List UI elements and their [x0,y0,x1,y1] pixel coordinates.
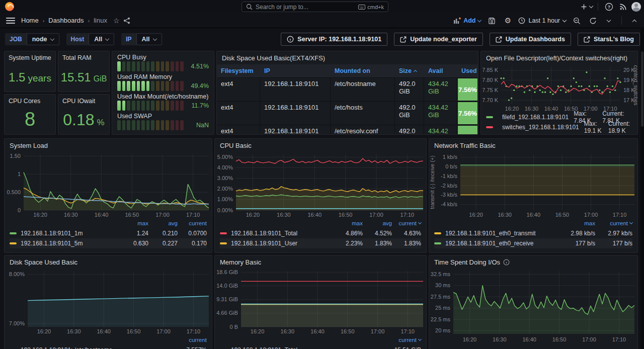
legend-sort-max[interactable]: max [558,220,595,226]
table-header-ip[interactable]: IP [260,65,331,76]
update-dashboards-link[interactable]: Update Dashboards [490,33,571,46]
search-bar[interactable]: cmd+k [242,2,388,12]
legend-sort-max[interactable]: max [334,220,363,226]
variable-ip-value[interactable]: All [136,33,162,45]
svg-text:17:10: 17:10 [613,212,627,218]
gauge-cell [146,120,150,130]
legend-sort-avg[interactable]: avg [363,220,392,226]
legend-series-name[interactable]: 192.168.1.18:9101_Total [231,230,334,237]
legend-stat-value: 0.227 [148,240,178,247]
panel-title[interactable]: System Load [10,142,48,149]
table-header-filesystem[interactable]: Filesystem [217,65,260,76]
panel-title[interactable]: Disk Space Used Basic [10,258,77,266]
legend-sort-current[interactable]: current [595,220,632,226]
panel-title[interactable]: CPU Cores [9,98,52,105]
variable-host-value[interactable]: All [89,33,114,45]
time-range-picker[interactable]: Last 1 hour [518,17,566,24]
legend-series-name[interactable]: 192.168.1.18:9101: /etc/hostname [21,346,176,349]
dashboard-settings-button[interactable]: ⚙ [502,15,513,26]
breadcrumb-dashboards[interactable]: Dashboards [48,17,84,24]
gauge-cell [137,61,140,71]
legend-sort-current[interactable]: current [390,337,421,343]
variable-job-value[interactable]: node [27,33,59,45]
favorite-star-button[interactable]: ☆ [113,17,120,25]
legend-series-marker [10,242,17,244]
blog-link[interactable]: StarsL's Blog [578,33,640,46]
add-panel-button[interactable]: Add [453,17,481,24]
panel-title[interactable]: Disk Space Used Basic(EXT4/XFS) [222,54,325,62]
table-header-used[interactable]: Used [457,65,478,76]
news-button[interactable] [617,1,628,12]
gauge-value: NaN [188,122,209,129]
table-row: ext4192.168.1.18:9101/etc/resolv.conf492… [217,125,478,135]
save-dashboard-button[interactable] [486,15,497,26]
panel-title[interactable]: CPU IOwait [62,98,106,105]
search-input[interactable] [256,4,358,11]
svg-text:0.500: 0.500 [7,189,21,195]
panel-title[interactable]: Total RAM [62,54,106,61]
external-link-icon [584,36,590,43]
refresh-interval-dropdown[interactable] [603,15,614,26]
legend-series-name[interactable]: filefd_192.168.1.18:9101 [502,114,569,121]
svg-text:18.6 GiB: 18.6 GiB [216,269,238,275]
svg-text:16:40: 16:40 [310,328,325,334]
gauge-cell [156,61,159,71]
panel-title[interactable]: Open File Descriptor(left)/Context switc… [486,54,627,62]
scrollbar-thumb[interactable] [641,51,643,127]
legend-sort-current[interactable]: current [176,337,207,343]
legend-sort-avg[interactable]: avg [148,220,178,226]
add-menu-button[interactable] [581,1,593,12]
zoom-out-button[interactable] [571,15,582,26]
legend-series-name[interactable]: 192.168.1.18:9101_eth0_receive [445,240,558,247]
share-icon[interactable] [123,17,130,24]
panel-title[interactable]: Memory Basic [220,258,261,266]
menu-toggle-button[interactable] [6,18,15,24]
svg-text:16:30: 16:30 [525,106,539,112]
legend-series-name[interactable]: 192.168.1.18:9101_Total [231,346,390,349]
refresh-button[interactable] [587,15,598,26]
external-link-icon [400,36,407,43]
grafana-logo-icon[interactable] [5,2,14,11]
panel-title[interactable]: System Uptime [9,54,52,61]
info-icon[interactable] [503,259,510,266]
table-cell-avail: 434.42 GiB [424,125,457,135]
panel-title[interactable]: Network Traffic Basic [434,142,496,149]
svg-text:16:20: 16:20 [33,212,47,218]
legend-sort-max[interactable]: max [119,220,148,226]
caret-up-button[interactable] [629,15,640,26]
breadcrumb-separator: › [43,18,45,24]
user-avatar[interactable] [631,2,641,12]
panel-title[interactable]: Time Spent Doing I/Os [434,258,500,266]
server-ip-button[interactable]: Server IP: 192.168.1.18:9101 [281,33,387,46]
table-header-size[interactable]: Size [395,65,424,76]
help-button[interactable]: ? [603,1,614,12]
gauge-cell [171,81,174,91]
legend-header: current [220,335,421,345]
table-header-mounted-on[interactable]: Mounted on [331,65,395,76]
legend-stat-value: 0.210 [148,230,178,237]
gauge-cell [180,101,184,111]
legend-stat-value: 1.83% [392,240,421,247]
panel-cpu-basic: CPU Basic 5.00%4.00%3.00%2.00%1.00%0.00%… [214,138,427,253]
legend-series-name[interactable]: 192.168.1.18:9101_1m [21,230,119,237]
gauge-cell [151,81,154,91]
legend-series-name[interactable]: 192.168.1.18:9101_User [231,240,334,247]
legend-series-marker [220,242,227,244]
gauge-cell [117,101,121,111]
update-node-exporter-link[interactable]: Update node_exporter [394,33,483,46]
table-row: ext4192.168.1.18:9101/etc/hosts492.0 GiB… [217,101,478,125]
legend-header: maxcurrent [434,218,632,228]
legend-series-name[interactable]: 192.168.1.18:9101_eth0_transmit [445,230,558,237]
panel-title[interactable]: CPU Basic [220,142,252,149]
legend-sort-current[interactable]: current [392,220,421,226]
svg-text:0 B: 0 B [229,324,238,330]
legend-series-name[interactable]: 192.168.1.18:9101_5m [21,240,119,247]
table-header-avail[interactable]: Avail [424,65,457,76]
legend-series-name[interactable]: switches_192.168.1.18:9101 [502,124,579,131]
legend-sort-current[interactable]: current [178,220,207,226]
breadcrumb-home[interactable]: Home [21,17,39,24]
gauge-cell [166,61,169,71]
gauge-label: Used Max Mount(/etc/hostname) [117,93,209,101]
svg-text:16:30: 16:30 [281,328,295,334]
svg-text:17:00: 17:00 [371,328,385,334]
